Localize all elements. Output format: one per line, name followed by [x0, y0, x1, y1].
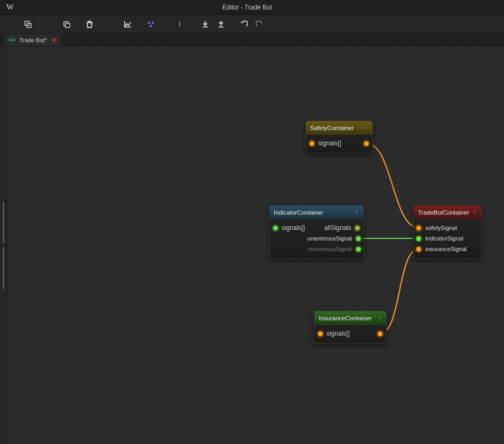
download-button[interactable] [197, 17, 213, 32]
tabbar: </> Trade Bot* ✕ [0, 34, 504, 47]
svg-point-6 [151, 21, 153, 23]
cluster-button[interactable] [143, 17, 158, 32]
close-icon[interactable]: ✕ [51, 36, 57, 44]
redo-icon [256, 21, 264, 27]
upload-button[interactable] [213, 17, 229, 32]
node-safety-container[interactable]: SafetyContainer i signals[] [305, 121, 373, 153]
drag-handle[interactable] [3, 201, 4, 244]
info-icon[interactable]: i [376, 313, 383, 321]
app-logo: W [4, 3, 16, 12]
node-header[interactable]: InsuranceContainer i [314, 311, 386, 325]
toolbar [0, 15, 504, 34]
cluster-icon [147, 21, 155, 28]
toolbar-separator [232, 19, 232, 30]
port-in-insurance[interactable] [416, 246, 422, 252]
left-gutter[interactable] [0, 47, 7, 444]
node-title: TradeBotContainer [418, 209, 469, 216]
tab-label: Trade Bot* [19, 37, 46, 43]
svg-point-5 [147, 21, 150, 23]
port-label: safetySignal [425, 225, 457, 231]
download-icon [202, 21, 209, 28]
port-label: insuranceSignal [425, 246, 466, 252]
play-icon [163, 21, 170, 28]
node-header[interactable]: SafetyContainer i [306, 121, 372, 135]
port-label: signals[] [326, 330, 350, 337]
upload-icon [218, 21, 225, 28]
toolbar-separator [39, 19, 40, 30]
delete-button[interactable] [81, 17, 97, 32]
svg-point-7 [150, 24, 152, 26]
node-insurance-container[interactable]: InsuranceContainer i signals[] [314, 311, 387, 344]
port-in-safety[interactable] [416, 225, 422, 231]
info-icon[interactable]: i [362, 123, 369, 131]
node-indicator-container[interactable]: IndicatorContainer i signals[] allSignal… [269, 205, 364, 259]
port-out-unanimous[interactable] [356, 236, 361, 242]
titlebar: W Editor - Trade Bot [0, 0, 504, 15]
undo-icon [240, 21, 248, 27]
toolbar-separator [78, 19, 78, 30]
node-tradebot-container[interactable]: TradeBotContainer i safetySignal indicat… [413, 205, 482, 259]
svg-rect-2 [49, 22, 52, 24]
run-button[interactable] [158, 17, 174, 32]
toolbar-separator [193, 19, 194, 30]
toolbar-separator [100, 19, 101, 30]
redo-button[interactable] [251, 17, 267, 32]
node-header[interactable]: IndicatorContainer i [269, 206, 363, 219]
port-label: signals[] [318, 140, 341, 147]
new-button[interactable] [104, 17, 120, 32]
port-in-signals[interactable] [318, 331, 323, 337]
tab-trade-bot[interactable]: </> Trade Bot* ✕ [4, 34, 61, 46]
port-out-allsignals[interactable] [354, 225, 360, 231]
copy-icon [24, 21, 32, 28]
info-icon[interactable]: i [353, 208, 360, 215]
svg-rect-4 [66, 23, 70, 27]
save-button[interactable] [43, 17, 59, 32]
trash-icon [86, 21, 93, 28]
port-in-signals[interactable] [309, 141, 315, 146]
rewind-button[interactable] [174, 17, 190, 32]
drag-handle[interactable] [3, 247, 4, 289]
port-label: consensusSignal [308, 246, 352, 252]
chart-icon [124, 21, 132, 27]
port-in-indicator[interactable] [416, 236, 422, 242]
port-label: allSignals [324, 224, 351, 232]
node-title: SafetyContainer [310, 125, 353, 131]
info-icon[interactable]: i [471, 208, 478, 215]
script-icon: </> [8, 37, 16, 43]
port-in-signals[interactable] [273, 225, 278, 231]
svg-rect-8 [179, 22, 180, 26]
node-canvas[interactable]: SafetyContainer i signals[] IndicatorCon… [7, 47, 504, 444]
node-title: InsuranceContainer [319, 315, 371, 321]
copy-button[interactable] [20, 17, 36, 32]
node-title: IndicatorContainer [274, 209, 323, 216]
port-out-consensus[interactable] [356, 246, 361, 252]
file-icon [109, 21, 115, 28]
window-title: Editor - Trade Bot [16, 4, 500, 11]
workspace: SafetyContainer i signals[] IndicatorCon… [0, 47, 504, 444]
open-button[interactable] [4, 17, 20, 32]
duplicate-icon [63, 21, 70, 28]
port-out[interactable] [377, 331, 383, 337]
port-label: signals[] [282, 224, 305, 232]
port-out[interactable] [363, 141, 369, 146]
chart-button[interactable] [120, 17, 136, 32]
port-label: indicatorSignal [425, 235, 463, 242]
duplicate-button[interactable] [59, 17, 74, 32]
toolbar-separator [139, 19, 139, 30]
undo-button[interactable] [236, 17, 251, 32]
folder-icon [8, 21, 16, 27]
port-label: unanimousSignal [307, 235, 352, 242]
save-icon [47, 21, 54, 28]
rewind-icon [179, 21, 186, 27]
node-header[interactable]: TradeBotContainer i [414, 206, 481, 219]
